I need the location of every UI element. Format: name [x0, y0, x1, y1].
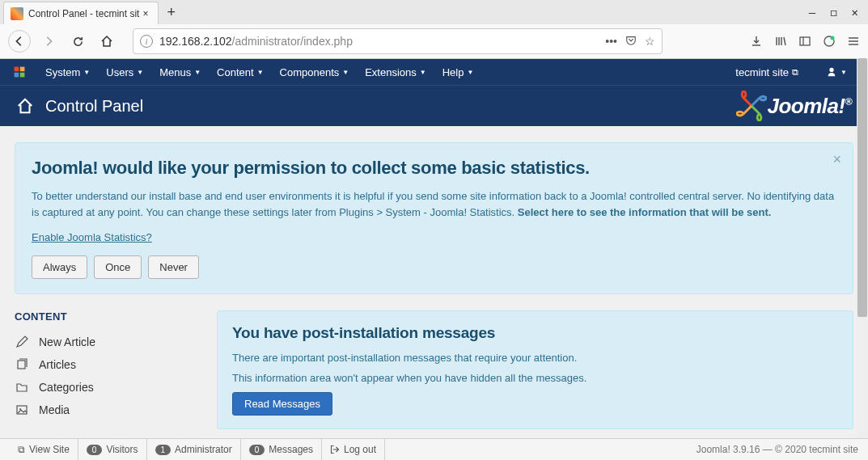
- image-icon: [15, 403, 29, 416]
- admin-status[interactable]: 1 Administrator: [147, 439, 241, 460]
- quick-link-categories[interactable]: Categories: [15, 376, 202, 399]
- bookmark-icon[interactable]: ☆: [645, 35, 655, 48]
- caret-down-icon: ▼: [420, 69, 426, 76]
- tab-bar: Control Panel - tecmint sit × + — ◻ ✕: [0, 0, 868, 24]
- favicon-icon: [11, 7, 23, 20]
- home-icon: [16, 97, 34, 115]
- browser-tab[interactable]: Control Panel - tecmint sit ×: [3, 2, 159, 24]
- browser-chrome: Control Panel - tecmint sit × + — ◻ ✕ i …: [0, 0, 868, 59]
- home-button[interactable]: [95, 30, 118, 53]
- close-window-button[interactable]: ✕: [852, 6, 858, 19]
- title-bar: Control Panel Joomla!®: [0, 85, 868, 126]
- reload-button[interactable]: [66, 30, 89, 53]
- svg-rect-5: [20, 67, 25, 72]
- account-icon[interactable]: [823, 35, 836, 48]
- window-controls: — ◻ ✕: [809, 6, 868, 19]
- external-icon: ⧉: [18, 444, 25, 455]
- menu-menus[interactable]: Menus ▼: [151, 66, 209, 78]
- read-messages-button[interactable]: Read Messages: [232, 392, 332, 416]
- caret-down-icon: ▼: [467, 69, 473, 76]
- post-install-line2: This information area won't appear when …: [232, 372, 838, 384]
- joomla-icon[interactable]: [13, 65, 26, 78]
- svg-rect-7: [20, 73, 25, 78]
- url-bar[interactable]: i 192.168.2.102/administrator/index.php …: [133, 28, 663, 54]
- new-tab-button[interactable]: +: [159, 4, 184, 21]
- messages-status[interactable]: 0 Messages: [241, 439, 322, 460]
- caret-down-icon: ▼: [137, 69, 143, 76]
- pocket-icon[interactable]: [625, 35, 637, 48]
- admin-menu: System ▼Users ▼Menus ▼Content ▼Component…: [0, 59, 868, 85]
- pencil-icon: [15, 336, 29, 348]
- maximize-button[interactable]: ◻: [830, 6, 836, 19]
- joomla-logo: Joomla!®: [736, 91, 852, 121]
- caret-down-icon: ▼: [257, 69, 264, 76]
- site-link[interactable]: tecmint site ⧉: [727, 66, 807, 78]
- statistics-alert: × Joomla! would like your permission to …: [15, 142, 853, 294]
- content-heading: CONTENT: [15, 310, 202, 323]
- menu-components[interactable]: Components ▼: [272, 66, 358, 78]
- page-title: Control Panel: [45, 97, 143, 116]
- minimize-button[interactable]: —: [809, 6, 815, 19]
- status-bar: ⧉ View Site 0 Visitors 1 Administrator 0…: [0, 438, 868, 460]
- caret-down-icon: ▼: [194, 69, 201, 76]
- menu-extensions[interactable]: Extensions ▼: [357, 66, 434, 78]
- scroll-thumb[interactable]: [857, 58, 867, 317]
- post-install-line1: There are important post-installation me…: [232, 352, 838, 364]
- library-icon[interactable]: [774, 35, 787, 48]
- logout-icon: [330, 445, 340, 454]
- svg-rect-9: [18, 361, 25, 369]
- sidebar-icon[interactable]: [798, 35, 811, 48]
- tab-close-icon[interactable]: ×: [139, 8, 151, 19]
- menu-users[interactable]: Users ▼: [98, 66, 151, 78]
- more-icon[interactable]: •••: [605, 35, 617, 48]
- tab-title: Control Panel - tecmint sit: [28, 8, 139, 19]
- quick-links-panel: CONTENT New ArticleArticlesCategoriesMed…: [15, 310, 202, 429]
- quick-link-label: Categories: [39, 381, 94, 394]
- info-icon[interactable]: i: [140, 35, 153, 48]
- view-site-link[interactable]: ⧉ View Site: [10, 439, 78, 460]
- content-area: × Joomla! would like your permission to …: [0, 126, 868, 438]
- download-icon[interactable]: [750, 35, 763, 48]
- caret-down-icon: ▼: [342, 69, 349, 76]
- svg-rect-0: [800, 37, 810, 45]
- alert-title: Joomla! would like your permission to co…: [32, 158, 836, 179]
- external-link-icon: ⧉: [792, 67, 798, 78]
- svg-point-3: [831, 36, 835, 40]
- footer-text: Joomla! 3.9.16 — © 2020 tecmint site: [697, 444, 858, 455]
- post-install-message-box: You have post-installation messages Ther…: [217, 310, 853, 429]
- quick-link-label: Articles: [39, 358, 76, 371]
- svg-rect-4: [15, 67, 19, 72]
- svg-point-8: [829, 68, 833, 72]
- quick-link-media[interactable]: Media: [15, 399, 202, 421]
- menu-system[interactable]: System ▼: [37, 66, 98, 78]
- nav-bar: i 192.168.2.102/administrator/index.php …: [0, 24, 868, 58]
- enable-statistics-link[interactable]: Enable Joomla Statistics?: [32, 231, 152, 243]
- menu-icon[interactable]: [847, 35, 860, 48]
- quick-link-articles[interactable]: Articles: [15, 353, 202, 376]
- vertical-scrollbar[interactable]: [857, 58, 868, 438]
- always-button[interactable]: Always: [32, 255, 87, 279]
- quick-link-label: Media: [39, 403, 70, 416]
- back-button[interactable]: [8, 30, 31, 53]
- url-text: 192.168.2.102/administrator/index.php: [159, 35, 353, 48]
- quick-link-new-article[interactable]: New Article: [15, 331, 202, 353]
- alert-close-button[interactable]: ×: [832, 151, 841, 168]
- never-button[interactable]: Never: [148, 255, 199, 279]
- once-button[interactable]: Once: [94, 255, 142, 279]
- stack-icon: [15, 358, 29, 371]
- alert-body: To better understand our install base an…: [32, 188, 836, 220]
- caret-down-icon: ▼: [83, 69, 90, 76]
- menu-help[interactable]: Help ▼: [434, 66, 482, 78]
- post-install-title: You have post-installation messages: [232, 324, 838, 342]
- menu-content[interactable]: Content ▼: [209, 66, 271, 78]
- folder-icon: [15, 381, 29, 394]
- quick-link-label: New Article: [39, 336, 95, 348]
- user-menu[interactable]: ▼: [818, 66, 855, 78]
- svg-rect-6: [15, 73, 19, 78]
- logout-link[interactable]: Log out: [322, 439, 385, 460]
- forward-button: [37, 30, 60, 53]
- visitors-status[interactable]: 0 Visitors: [78, 439, 147, 460]
